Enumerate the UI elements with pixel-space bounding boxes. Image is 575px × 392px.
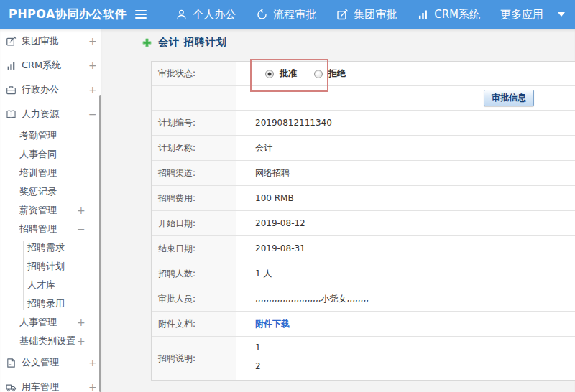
expander-toggle[interactable]: + <box>88 382 97 392</box>
hamburger-menu-icon[interactable] <box>135 0 154 29</box>
sidebar-item[interactable]: 人事合同 <box>0 145 101 164</box>
detail-table: 审批状态: 批准 拒绝 审批信息 计划编号: 20190812111340 计划… <box>151 61 575 381</box>
truck-icon <box>6 382 17 392</box>
field-label: 开始日期: <box>152 211 236 235</box>
sidebar-item[interactable]: 集团审批 + <box>0 29 101 53</box>
field-row: 计划名称: 会计 <box>152 136 575 161</box>
nav-item-more-apps[interactable]: 更多应用 <box>490 0 575 29</box>
description-row: 招聘说明: 1 2 <box>152 337 575 380</box>
sidebar-item[interactable]: 人力资源 − <box>0 102 101 126</box>
expander-toggle[interactable]: + <box>77 205 86 215</box>
field-row: 招聘费用: 100 RMB <box>152 186 575 211</box>
field-value: 100 RMB <box>236 186 575 210</box>
sidebar-item[interactable]: 奖惩记录 <box>0 182 101 201</box>
sidebar-item[interactable]: 培训管理 <box>0 164 101 182</box>
field-value: 20190812111340 <box>236 111 575 135</box>
sidebar-item[interactable]: 招聘计划 <box>0 257 101 276</box>
sidebar-item[interactable]: 招聘管理 − <box>0 220 101 238</box>
approve-radio[interactable] <box>265 70 274 78</box>
reject-radio-label[interactable]: 拒绝 <box>328 67 346 80</box>
edit-icon <box>6 36 17 47</box>
field-label: 招聘说明: <box>152 337 236 380</box>
field-value: 2019-08-12 <box>236 211 575 235</box>
chart-icon <box>6 60 17 71</box>
field-label: 附件文档: <box>152 312 236 336</box>
approve-radio-label[interactable]: 批准 <box>280 67 297 80</box>
field-row: 开始日期: 2019-08-12 <box>152 211 575 236</box>
nav-item[interactable]: 个人办公 <box>165 0 246 29</box>
field-value: 2019-08-31 <box>236 236 575 261</box>
page-title-text: 会计 招聘计划 <box>158 36 227 49</box>
book-icon <box>6 109 17 120</box>
reject-radio[interactable] <box>314 70 323 78</box>
field-row: 审批人员: ,,,,,,,,,,,,,,,,,,,,,,,,小尧女,,,,,,,… <box>152 286 575 312</box>
expander-toggle[interactable]: − <box>88 109 97 119</box>
app-header: PHPOA协同办公软件 个人办公 流程审批 集团审批 CRM系统 更 <box>0 0 575 29</box>
approval-status-row: 审批状态: 批准 拒绝 <box>152 62 575 86</box>
expander-toggle[interactable]: + <box>88 358 97 368</box>
field-value: 网络招聘 <box>236 161 575 185</box>
top-nav: 个人办公 流程审批 集团审批 CRM系统 更多应用 <box>165 0 575 29</box>
field-label: 计划编号: <box>152 111 236 135</box>
sidebar-item[interactable]: 人才库 <box>0 276 101 294</box>
field-label: 审批人员: <box>152 286 236 311</box>
expander-toggle[interactable]: − <box>77 224 86 234</box>
attachment-row: 附件文档: 附件下载 <box>152 312 575 337</box>
description-line: 1 <box>255 342 261 353</box>
sidebar-item[interactable]: 考勤管理 <box>0 126 101 145</box>
page-title: 会计 招聘计划 <box>142 36 227 49</box>
field-label: 计划名称: <box>152 136 236 160</box>
approval-button-row: 审批信息 <box>152 86 575 111</box>
empty-label-cell <box>152 86 236 110</box>
tree-guide-line <box>23 241 24 310</box>
approval-radio-group: 批准 拒绝 <box>236 62 575 85</box>
attachment-download-link[interactable]: 附件下载 <box>255 318 290 330</box>
edit-icon <box>336 9 349 21</box>
sidebar-item[interactable]: 薪资管理 + <box>0 201 101 220</box>
app-logo: PHPOA协同办公软件 <box>0 7 126 22</box>
expander-toggle[interactable]: + <box>77 317 86 327</box>
expander-toggle[interactable]: + <box>88 85 97 95</box>
field-row: 招聘人数: 1 人 <box>152 261 575 286</box>
chart-icon <box>417 9 429 21</box>
user-icon <box>175 9 188 21</box>
nav-item[interactable]: 集团审批 <box>326 0 407 29</box>
nav-item[interactable]: 流程审批 <box>246 0 326 29</box>
main-content: 会计 招聘计划 审批状态: 批准 拒绝 审批信息 计划编号: 201908121… <box>101 29 575 392</box>
nav-item[interactable]: CRM系统 <box>407 0 490 29</box>
expander-toggle[interactable]: + <box>77 336 86 346</box>
sidebar-item[interactable]: 用车管理 + <box>0 375 101 392</box>
approval-info-button[interactable]: 审批信息 <box>484 90 534 106</box>
field-row: 结束日期: 2019-08-31 <box>152 236 575 261</box>
sidebar-item[interactable]: 招聘录用 <box>0 294 101 313</box>
sidebar-item[interactable]: 招聘需求 <box>0 238 101 257</box>
tree-guide-line <box>9 129 9 350</box>
field-value: 会计 <box>236 136 575 160</box>
sidebar-item[interactable]: CRM系统 + <box>0 53 101 78</box>
document-icon <box>6 358 17 368</box>
field-row: 计划编号: 20190812111340 <box>152 111 575 136</box>
expander-toggle[interactable]: + <box>88 36 97 46</box>
field-row: 招聘渠道: 网络招聘 <box>152 161 575 186</box>
field-label: 审批状态: <box>152 62 236 85</box>
caret-down-icon <box>558 12 565 17</box>
sidebar-item[interactable]: 公文管理 + <box>0 350 101 375</box>
field-value: 1 人 <box>236 261 575 286</box>
field-label: 招聘费用: <box>152 186 236 210</box>
briefcase-icon <box>6 85 17 95</box>
description-line: 2 <box>255 361 261 372</box>
process-icon <box>256 9 268 21</box>
field-value: ,,,,,,,,,,,,,,,,,,,,,,,,小尧女,,,,,,,, <box>236 286 575 311</box>
sidebar-item[interactable]: 人事管理 + <box>0 313 101 332</box>
sidebar-item[interactable]: 行政办公 + <box>0 78 101 102</box>
sidebar-item[interactable]: 基础类别设置 + <box>0 332 101 350</box>
expander-toggle[interactable]: + <box>88 60 97 70</box>
field-label: 招聘人数: <box>152 261 236 286</box>
sidebar: 集团审批 + CRM系统 + 行政办公 + 人力资源 − 考勤管理 人事合同 <box>0 29 101 392</box>
field-label: 招聘渠道: <box>152 161 236 185</box>
plus-icon <box>142 38 152 47</box>
field-label: 结束日期: <box>152 236 236 261</box>
